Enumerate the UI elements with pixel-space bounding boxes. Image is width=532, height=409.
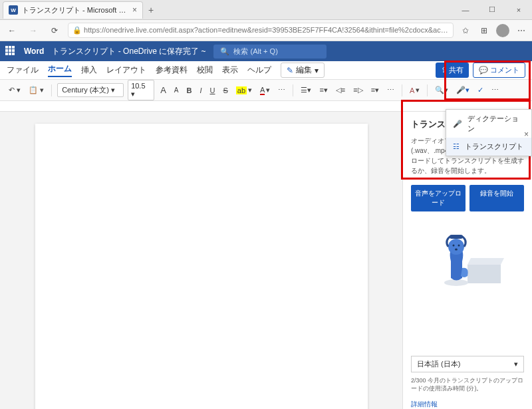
favorite-icon[interactable]: ✩: [459, 24, 472, 37]
transcript-illustration: [411, 225, 524, 291]
more-font-button[interactable]: ⋯: [276, 84, 287, 96]
styles-button[interactable]: A▾: [408, 84, 422, 96]
browser-titlebar: W トランスクリプト - Microsoft Word (... × + — ☐…: [0, 0, 532, 20]
svg-point-7: [455, 249, 458, 251]
svg-marker-1: [467, 258, 504, 265]
numbering-button[interactable]: ≡▾: [317, 84, 329, 96]
svg-rect-0: [467, 265, 501, 283]
italic-button[interactable]: I: [198, 85, 203, 96]
pencil-icon: ✎: [287, 66, 293, 75]
transcript-label: トランスクリプト: [465, 142, 523, 152]
find-button[interactable]: 🔍▾: [433, 84, 450, 96]
url-field[interactable]: 🔒 https://onedrive.live.com/edit.aspx?ac…: [68, 23, 454, 38]
editing-label: 編集: [296, 65, 312, 76]
chevron-down-icon: ▾: [514, 360, 518, 368]
indent-increase-button[interactable]: ≡▷: [351, 84, 364, 96]
mic-icon: 🎤: [453, 120, 462, 128]
search-box[interactable]: 🔍 検索 (Alt + Q): [213, 45, 327, 59]
svg-point-6: [458, 245, 460, 247]
upload-audio-button[interactable]: 音声をアップロード: [411, 185, 466, 211]
tab-references[interactable]: 参考資料: [156, 65, 188, 76]
bullets-button[interactable]: ☰▾: [299, 84, 313, 96]
browser-menu-icon[interactable]: ⋯: [515, 24, 528, 37]
ribbon-toolbar: ↶ ▾ 📋 ▾ Century (本文) ▾ 10.5 ▾ A A B I U …: [0, 80, 532, 101]
tab-file[interactable]: ファイル: [7, 65, 39, 76]
browser-tab[interactable]: W トランスクリプト - Microsoft Word (... ×: [3, 1, 143, 19]
detail-link[interactable]: 詳細情報: [411, 400, 524, 409]
tab-insert[interactable]: 挿入: [81, 65, 97, 76]
editing-mode-button[interactable]: ✎ 編集 ▾: [281, 63, 325, 78]
profile-avatar[interactable]: [496, 24, 509, 37]
dropdown-dictation-item[interactable]: 🎤 ディクテーション: [446, 110, 531, 138]
transcript-panel: 🎤 ディクテーション ☷ トランスクリプト × トランスクリプト オーディオファ…: [402, 112, 532, 409]
window-controls: — ☐ ×: [452, 0, 532, 20]
close-tab-icon[interactable]: ×: [132, 5, 137, 15]
tab-review[interactable]: 校閲: [197, 65, 213, 76]
document-page[interactable]: [35, 124, 368, 409]
language-select[interactable]: 日本語 (日本) ▾: [411, 356, 524, 372]
address-bar: ← → ⟳ 🔒 https://onedrive.live.com/edit.a…: [0, 20, 532, 41]
shrink-font-button[interactable]: A: [172, 85, 181, 95]
url-text: https://onedrive.live.com/edit.aspx?acti…: [84, 26, 454, 34]
maximize-button[interactable]: ☐: [479, 0, 505, 20]
font-size-select[interactable]: 10.5 ▾: [128, 80, 154, 100]
tab-home[interactable]: ホーム: [48, 63, 72, 77]
minimize-button[interactable]: —: [452, 0, 479, 20]
word-favicon: W: [9, 5, 18, 15]
content-area: 🎤 ディクテーション ☷ トランスクリプト × トランスクリプト オーディオファ…: [0, 112, 532, 409]
new-tab-button[interactable]: +: [143, 5, 159, 15]
collections-icon[interactable]: ⊞: [477, 24, 491, 37]
transcript-icon: ☷: [453, 142, 460, 151]
editor-button[interactable]: ✓: [475, 84, 485, 96]
ribbon-overflow-button[interactable]: ⋯: [489, 84, 501, 96]
paste-button[interactable]: 📋 ▾: [27, 84, 46, 96]
svg-point-3: [448, 239, 464, 255]
document-title[interactable]: トランスクリプト - OneDrive に保存完了 ~: [52, 46, 205, 57]
tab-layout[interactable]: レイアウト: [106, 65, 146, 76]
lock-icon: 🔒: [72, 26, 82, 34]
align-button[interactable]: ≡▾: [369, 84, 381, 96]
back-button[interactable]: ←: [4, 23, 20, 39]
strikethrough-button[interactable]: S: [221, 85, 229, 96]
share-button[interactable]: ⇪ 共有: [436, 63, 469, 78]
usage-text: 2/300 今月のトランスクリプトのアップロードの使用済み時間 (分)。: [411, 376, 524, 393]
app-name: Word: [24, 47, 44, 56]
forward-button[interactable]: →: [25, 23, 41, 39]
svg-point-2: [444, 279, 468, 286]
tab-title: トランスクリプト - Microsoft Word (...: [22, 5, 128, 15]
search-icon: 🔍: [220, 47, 229, 56]
more-para-button[interactable]: ⋯: [385, 84, 396, 96]
chevron-down-icon: ▾: [315, 66, 319, 75]
close-window-button[interactable]: ×: [505, 0, 532, 20]
comment-icon: 💬: [479, 66, 488, 74]
dictate-button[interactable]: 🎤▾: [454, 84, 471, 96]
refresh-button[interactable]: ⟳: [47, 23, 63, 39]
dictation-label: ディクテーション: [467, 114, 525, 134]
word-header: Word トランスクリプト - OneDrive に保存完了 ~ 🔍 検索 (A…: [0, 41, 532, 61]
app-launcher-icon[interactable]: [5, 46, 16, 57]
start-recording-button[interactable]: 録音を開始: [469, 185, 524, 211]
share-label: 共有: [449, 65, 464, 75]
dropdown-transcript-item[interactable]: ☷ トランスクリプト: [446, 138, 531, 156]
document-canvas[interactable]: [0, 112, 402, 409]
svg-point-5: [453, 245, 455, 247]
search-placeholder: 検索 (Alt + Q): [233, 47, 277, 57]
font-name-select[interactable]: Century (本文) ▾: [57, 83, 124, 97]
tab-help[interactable]: ヘルプ: [247, 65, 271, 76]
undo-button[interactable]: ↶ ▾: [7, 84, 23, 96]
highlight-button[interactable]: ab▾: [234, 84, 254, 96]
share-icon: ⇪: [441, 66, 447, 74]
ribbon-tabs: ファイル ホーム 挿入 レイアウト 参考資料 校閲 表示 ヘルプ ✎ 編集 ▾ …: [0, 61, 532, 80]
bold-button[interactable]: B: [184, 85, 194, 96]
comments-button[interactable]: 💬 コメント: [473, 63, 525, 78]
dictate-dropdown: 🎤 ディクテーション ☷ トランスクリプト ×: [446, 109, 532, 156]
grow-font-button[interactable]: A: [158, 84, 168, 96]
language-value: 日本語 (日本): [417, 359, 460, 369]
comment-label: コメント: [490, 65, 519, 75]
svg-rect-4: [450, 235, 463, 239]
dropdown-close-icon[interactable]: ×: [524, 130, 529, 139]
indent-decrease-button[interactable]: ◁≡: [334, 84, 347, 96]
tab-view[interactable]: 表示: [222, 65, 238, 76]
font-color-button[interactable]: A▾: [258, 84, 272, 96]
underline-button[interactable]: U: [207, 85, 217, 96]
